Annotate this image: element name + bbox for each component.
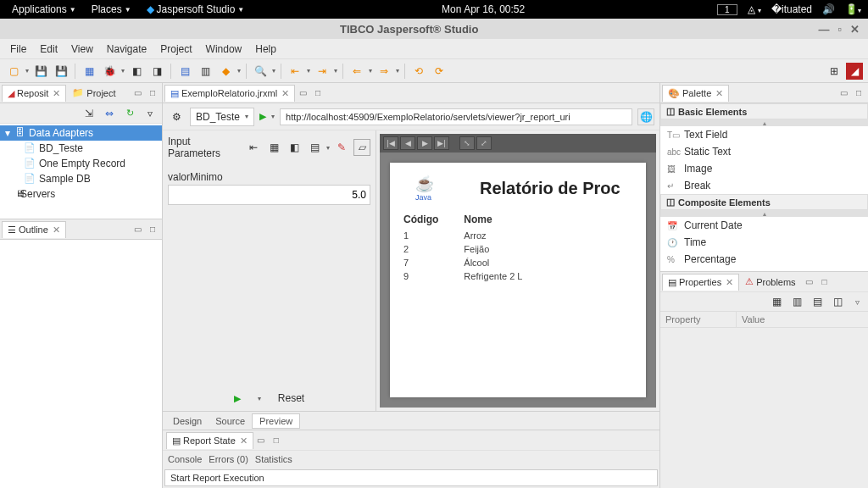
dataset-button[interactable]: ▤ [176, 63, 193, 80]
app-indicator[interactable]: ◆Jaspersoft Studio▼ [142, 3, 250, 15]
palette-static-text[interactable]: abcStatic Text [660, 143, 868, 160]
menu-file[interactable]: File [3, 41, 33, 58]
new-button[interactable]: ▢ [5, 63, 22, 80]
perspective-jasper[interactable]: ◢ [846, 63, 863, 80]
tree-data-adapters[interactable]: ▾🗄Data Adapters [0, 125, 162, 141]
menu-navigate[interactable]: Navigate [100, 41, 153, 58]
collapse-button[interactable]: ⇲ [81, 105, 97, 122]
param-btn-5[interactable]: ▱ [353, 139, 370, 156]
search-button[interactable]: 🔍 [252, 63, 269, 80]
outline-tab[interactable]: ☰Outline✕ [2, 221, 66, 238]
property-column[interactable]: Property [660, 312, 737, 327]
menu-edit[interactable]: Edit [33, 41, 64, 58]
report-state-tab[interactable]: ▤Report State✕ [166, 432, 253, 449]
tool-icon-2[interactable]: ◨ [148, 63, 165, 80]
save-all-button[interactable]: 💾 [53, 63, 70, 80]
palette-text-field[interactable]: T▭Text Field [660, 126, 868, 143]
run-dropdown[interactable]: ▾ [258, 395, 261, 402]
nav-button-2[interactable]: ⇥ [314, 63, 331, 80]
problems-tab[interactable]: ⚠Problems [739, 273, 801, 291]
maximize-icon[interactable]: □ [270, 435, 282, 446]
palette-time[interactable]: 🕐Time [660, 234, 868, 251]
param-btn-4[interactable]: ▤ [306, 139, 323, 156]
reset-button[interactable]: Reset [278, 392, 304, 404]
props-btn-4[interactable]: ◫ [829, 293, 846, 310]
last-page-button[interactable]: ▶| [434, 136, 449, 150]
run-params-button[interactable]: ▶ [234, 393, 241, 404]
scroll-up-icon[interactable]: ▴ [660, 119, 868, 126]
run-button[interactable]: ▶ [259, 111, 266, 122]
minimize-icon[interactable]: ▭ [131, 224, 143, 236]
rs-console[interactable]: Console [168, 454, 202, 464]
tab-design[interactable]: Design [166, 414, 209, 428]
perspective-open[interactable]: ⊞ [826, 63, 843, 80]
close-icon[interactable]: ✕ [53, 225, 60, 236]
maximize-icon[interactable]: □ [819, 276, 831, 288]
param-btn-1[interactable]: ⇤ [245, 139, 262, 156]
debug-button[interactable]: 🐞 [101, 63, 118, 80]
repository-tree[interactable]: ▾🗄Data Adapters 📄BD_Teste 📄One Empty Rec… [0, 124, 162, 219]
props-btn-3[interactable]: ▤ [809, 293, 826, 310]
redo-hist-button[interactable]: ⟳ [431, 63, 448, 80]
minimize-icon[interactable]: ▭ [837, 87, 849, 99]
wifi-icon[interactable]: �ituated [771, 3, 812, 15]
applications-menu[interactable]: Applications▼ [7, 3, 81, 15]
palette-percentage[interactable]: %Percentage [660, 251, 868, 268]
nav-button-1[interactable]: ⇤ [287, 63, 303, 80]
clock[interactable]: Mon Apr 16, 00:52 [249, 3, 717, 15]
param-btn-edit[interactable]: ✎ [333, 139, 350, 156]
maximize-icon[interactable]: □ [147, 224, 159, 236]
first-page-button[interactable]: |◀ [383, 136, 398, 150]
refresh-button[interactable]: ↻ [121, 105, 138, 122]
datasource-combo[interactable]: BD_Teste▾ [190, 108, 254, 126]
menu-help[interactable]: Help [248, 41, 283, 58]
battery-icon[interactable]: 🔋▾ [845, 3, 861, 15]
close-button[interactable]: ✕ [850, 23, 860, 36]
palette-tab[interactable]: 🎨Palette✕ [662, 85, 729, 102]
fit-page-button[interactable]: ⤡ [459, 136, 475, 150]
tree-item-empty[interactable]: 📄One Empty Record [0, 156, 162, 171]
undo-hist-button[interactable]: ⟲ [410, 63, 427, 80]
tree-item-bdteste[interactable]: 📄BD_Teste [0, 141, 162, 156]
settings-icon[interactable]: ⚙ [168, 108, 185, 125]
tool-icon-4[interactable]: ◆ [217, 63, 234, 80]
repository-tab[interactable]: ◢Reposit✕ [2, 85, 66, 102]
maximize-icon[interactable]: □ [147, 87, 159, 99]
palette-basic-header[interactable]: ◫Basic Elements [660, 103, 868, 119]
minimize-icon[interactable]: ▭ [297, 87, 309, 99]
param-btn-3[interactable]: ◧ [286, 139, 303, 156]
places-menu[interactable]: Places▼ [86, 3, 136, 15]
close-icon[interactable]: ✕ [281, 88, 289, 99]
minimize-icon[interactable]: ▭ [804, 276, 815, 288]
menu-project[interactable]: Project [153, 41, 198, 58]
param-btn-2[interactable]: ▦ [265, 139, 282, 156]
param-value-input[interactable] [168, 185, 370, 205]
back-button[interactable]: ⇐ [348, 63, 365, 80]
save-button[interactable]: 💾 [32, 63, 49, 80]
maximize-icon[interactable]: □ [312, 87, 324, 99]
value-column[interactable]: Value [737, 312, 770, 327]
palette-current-date[interactable]: 📅Current Date [660, 217, 868, 234]
tab-preview[interactable]: Preview [252, 413, 300, 429]
menu-view[interactable]: View [64, 41, 100, 58]
workspace-badge[interactable]: 1 [717, 4, 737, 15]
minimize-button[interactable]: — [818, 23, 829, 36]
tree-servers[interactable]: 🖥Servers [0, 186, 162, 202]
menu-window[interactable]: Window [199, 41, 249, 58]
a11y-icon[interactable]: ◬ ▾ [748, 3, 761, 15]
maximize-button[interactable]: ▫ [837, 23, 842, 36]
close-icon[interactable]: ✕ [53, 88, 60, 99]
props-btn-1[interactable]: ▦ [768, 293, 785, 310]
view-menu-icon[interactable]: ▿ [142, 105, 159, 122]
maximize-icon[interactable]: □ [853, 87, 865, 99]
tool-icon-3[interactable]: ▥ [197, 63, 214, 80]
prev-page-button[interactable]: ◀ [400, 136, 415, 150]
props-btn-2[interactable]: ▥ [788, 293, 805, 310]
palette-image[interactable]: 🖼Image [660, 160, 868, 177]
next-page-button[interactable]: ▶ [417, 136, 432, 150]
build-button[interactable]: ▦ [81, 63, 97, 80]
fit-width-button[interactable]: ⤢ [476, 136, 492, 150]
scroll-up-icon[interactable]: ▴ [660, 210, 868, 217]
minimize-icon[interactable]: ▭ [255, 435, 267, 446]
forward-button[interactable]: ⇒ [376, 63, 392, 80]
